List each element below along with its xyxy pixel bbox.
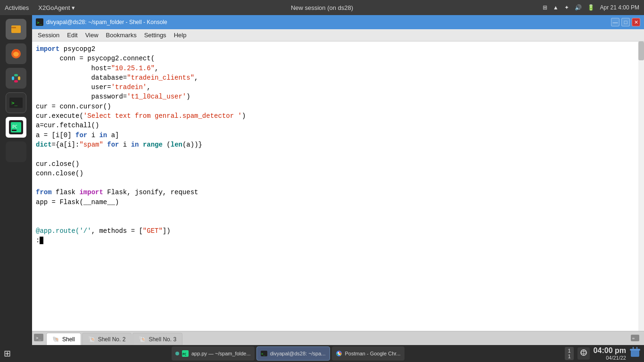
svg-rect-4 xyxy=(12,76,14,80)
close-button[interactable]: ✕ xyxy=(632,18,640,26)
menu-bookmarks[interactable]: Bookmarks xyxy=(102,31,140,40)
terminal-scroll-area[interactable]: import psycopg2 conn = psycopg2.connect(… xyxy=(32,41,644,331)
svg-text:PC: PC xyxy=(12,124,17,129)
svg-text:⌨: ⌨ xyxy=(632,337,635,341)
tab-shell-2[interactable]: 🐚 Shell No. 2 xyxy=(82,333,132,345)
topbar-center-title: New session (on ds28) xyxy=(291,4,353,11)
konsole-titlebar-left: >_ divyapal@ds28: ~/spam_folder - Shell … xyxy=(36,18,167,26)
svg-rect-7 xyxy=(14,80,18,82)
blank-icon xyxy=(6,141,26,162)
svg-text:>_: >_ xyxy=(37,20,42,25)
tab-extra-icon[interactable]: ⌨ xyxy=(631,335,642,345)
tab-shell[interactable]: 🐚 Shell xyxy=(46,333,81,345)
activities-button[interactable]: Activities xyxy=(5,4,29,11)
taskbar-apppy-label: app.py — ~/spam_folde... xyxy=(191,351,251,356)
maximize-button[interactable]: □ xyxy=(621,18,630,26)
tab-shell-2-icon: 🐚 xyxy=(88,336,95,343)
svg-rect-6 xyxy=(18,76,20,80)
network-taskbar-icon[interactable] xyxy=(578,347,590,360)
svg-text:>_: >_ xyxy=(11,100,18,106)
page-num-1: 1 xyxy=(568,348,570,354)
files-icon[interactable] xyxy=(6,19,26,40)
taskbar-app-konsole[interactable]: >_ divyapal@ds28: ~/spa... xyxy=(256,346,330,361)
terminal-icon[interactable]: >_ xyxy=(6,92,26,113)
minimize-button[interactable]: — xyxy=(611,18,619,26)
svg-rect-5 xyxy=(14,74,18,76)
clock-widget: 04:00 pm 04/21/22 xyxy=(594,346,626,361)
code-content: import psycopg2 conn = psycopg2.connect(… xyxy=(32,43,644,246)
svg-rect-1 xyxy=(11,27,16,28)
topbar-left: Activities X2GoAgent ▾ xyxy=(5,4,75,11)
konsole-titlebar: >_ divyapal@ds28: ~/spam_folder - Shell … xyxy=(32,15,644,29)
clock-time: 04:00 pm xyxy=(594,346,626,355)
konsole-menubar: Session Edit View Bookmarks Settings Hel… xyxy=(32,29,644,41)
tab-shell-2-label: Shell No. 2 xyxy=(98,336,126,343)
konsole-taskbar-icon: >_ xyxy=(261,351,267,356)
datetime-display: Apr 21 4:00 PM xyxy=(600,4,639,11)
chrome-taskbar-icon xyxy=(336,350,342,357)
scrollbar-track[interactable] xyxy=(638,41,644,331)
page-number-widget: 1 1 xyxy=(565,347,573,360)
tab-bar: >_ 🐚 Shell 🐚 Shell No. 2 🐚 Shell No. 3 ⌨ xyxy=(32,331,644,345)
menu-edit[interactable]: Edit xyxy=(63,31,81,40)
svg-text:>_: >_ xyxy=(261,352,265,356)
konsole-window-controls[interactable]: — □ ✕ xyxy=(611,18,640,26)
taskbar-konsole-label: divyapal@ds28: ~/spa... xyxy=(270,351,326,356)
trash-icon[interactable] xyxy=(630,347,640,360)
terminal-content[interactable]: import psycopg2 conn = psycopg2.connect(… xyxy=(32,41,644,345)
konsole-app-icon: >_ xyxy=(36,18,43,26)
taskbar-app-apppy[interactable]: PC app.py — ~/spam_folde... xyxy=(172,346,255,361)
svg-text:PC: PC xyxy=(182,353,186,356)
tab-shell-3-label: Shell No. 3 xyxy=(149,336,176,343)
menu-settings[interactable]: Settings xyxy=(140,31,170,40)
trash-svg xyxy=(630,347,640,358)
menu-view[interactable]: View xyxy=(82,31,102,40)
scrollbar-thumb[interactable] xyxy=(638,41,644,60)
bottom-taskbar: ⊞ PC app.py — ~/spam_folde... >_ divyapa… xyxy=(0,345,644,362)
topbar-right: ⊞ ▲ ✦ 🔊 🔋 Apr 21 4:00 PM xyxy=(543,4,639,11)
menu-session[interactable]: Session xyxy=(34,31,63,40)
taskbar-apps: PC app.py — ~/spam_folde... >_ divyapal@… xyxy=(172,346,405,361)
tab-shell-3[interactable]: 🐚 Shell No. 3 xyxy=(132,333,182,345)
clock-date: 04/21/22 xyxy=(594,355,626,361)
app-dot-1 xyxy=(175,352,179,355)
tab-new-icon[interactable]: >_ xyxy=(34,334,45,345)
firefox-icon[interactable] xyxy=(6,43,26,64)
bluetooth-icon: ✦ xyxy=(564,4,569,11)
left-taskbar: >_ PC xyxy=(0,15,32,345)
volume-icon: 🔊 xyxy=(575,4,582,11)
taskbar-right: 1 1 04:00 pm 04/21/22 xyxy=(565,346,640,361)
grid-system-icon: ⊞ xyxy=(543,4,547,11)
slack-icon[interactable] xyxy=(6,68,26,89)
svg-rect-0 xyxy=(11,25,21,33)
taskbar-app-postman[interactable]: Postman - Google Chr... xyxy=(332,346,405,361)
app-grid-icon[interactable]: ⊞ xyxy=(4,348,11,359)
system-topbar: Activities X2GoAgent ▾ New session (on d… xyxy=(0,0,644,15)
x2goagent-menu[interactable]: X2GoAgent ▾ xyxy=(38,4,75,11)
menu-help[interactable]: Help xyxy=(170,31,190,40)
battery-icon: 🔋 xyxy=(587,4,594,11)
pycharm-taskbar-icon: PC xyxy=(182,350,189,357)
wifi-icon: ▲ xyxy=(553,4,559,11)
konsole-window: >_ divyapal@ds28: ~/spam_folder - Shell … xyxy=(32,15,644,345)
network-icon xyxy=(579,348,588,357)
page-num-2: 1 xyxy=(568,354,570,359)
tab-shell-icon: 🐚 xyxy=(52,336,59,343)
svg-rect-12 xyxy=(12,130,17,131)
pycharm-icon[interactable]: PC xyxy=(6,117,26,138)
svg-text:>_: >_ xyxy=(36,336,41,340)
tab-shell-3-icon: 🐚 xyxy=(139,336,146,343)
konsole-title-text: divyapal@ds28: ~/spam_folder - Shell - K… xyxy=(46,19,167,25)
taskbar-postman-label: Postman - Google Chr... xyxy=(345,351,401,356)
tab-shell-label: Shell xyxy=(62,336,75,343)
svg-rect-29 xyxy=(630,349,640,351)
